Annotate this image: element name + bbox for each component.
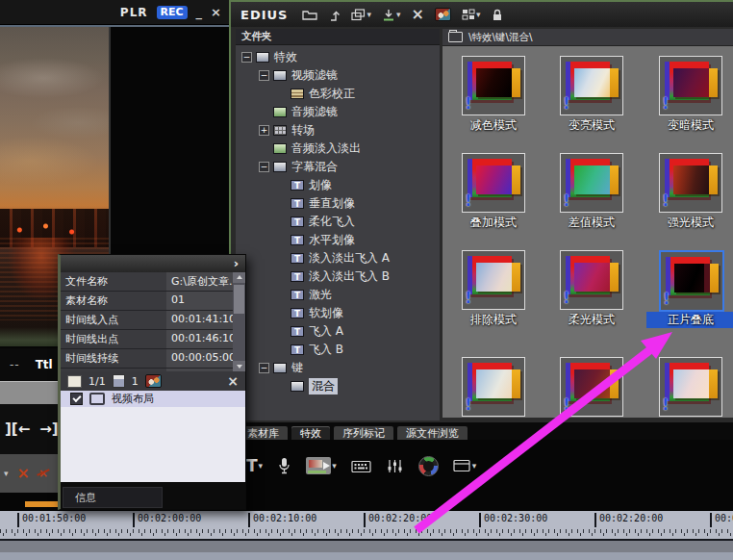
property-value: 00:00:05:00 <box>166 349 233 368</box>
effect-thumb-multiply-selected[interactable]: ! <box>659 250 724 312</box>
scrollbar-thumb[interactable] <box>234 285 244 314</box>
expand-chevron-icon[interactable]: › <box>234 258 239 269</box>
warning-icon: ! <box>662 97 669 111</box>
effect-thumb-difference[interactable]: ! <box>560 153 623 213</box>
effect-label[interactable]: 柔光模式 <box>547 312 636 328</box>
tree-item-vertical-wipe[interactable]: 垂直划像 <box>236 194 440 213</box>
effect-label[interactable]: 差值模式 <box>547 215 636 231</box>
info-palette-header[interactable]: › <box>61 255 245 272</box>
close-icon[interactable]: × <box>211 7 221 18</box>
lock-icon[interactable] <box>491 9 504 21</box>
clear-marker-icon[interactable]: × <box>38 466 48 481</box>
tree-item-title-mixer[interactable]: −字幕混合 <box>236 158 440 176</box>
keyboard-icon[interactable] <box>351 459 371 473</box>
folder-icon[interactable] <box>302 9 317 20</box>
dropdown-icon[interactable]: ▾ <box>259 461 264 471</box>
property-value: G:\原创文章... <box>166 272 233 291</box>
monitor-icon[interactable]: ▾ <box>453 459 477 472</box>
tree-item-key[interactable]: −键 <box>236 359 440 377</box>
plr-mode-button[interactable]: PLR <box>120 6 148 19</box>
tree-item-label-selected: 混合 <box>309 378 338 395</box>
tree-item-blend[interactable]: 混合 <box>236 377 440 395</box>
expander-icon[interactable]: + <box>259 125 269 136</box>
scroll-down-icon[interactable] <box>233 361 245 371</box>
up-level-icon[interactable] <box>328 9 341 21</box>
tree-item-fly-in-a[interactable]: 飞入 A <box>236 322 440 341</box>
tab-info[interactable]: 信息 <box>63 487 163 508</box>
expander-icon[interactable]: − <box>259 363 269 373</box>
dropdown-icon[interactable]: ▾ <box>476 10 481 19</box>
effect-thumb-softlight[interactable]: ! <box>560 250 623 310</box>
effect-label[interactable]: 强光模式 <box>646 215 733 231</box>
tree-item-laser[interactable]: 激光 <box>236 286 440 304</box>
marker-dropdown-icon[interactable]: ▾ <box>4 469 9 478</box>
close-icon[interactable]: × <box>227 374 239 388</box>
dropdown-icon[interactable]: ▾ <box>332 461 337 471</box>
jump-to-in-button[interactable]: ][← <box>5 420 30 438</box>
minimize-icon[interactable]: _ <box>196 7 203 18</box>
tree-item-transitions[interactable]: +转场 <box>236 121 440 140</box>
effect-thumb-darken[interactable]: ! <box>659 56 722 115</box>
effect-clapper-icon[interactable] <box>145 374 162 388</box>
effect-thumb-lighten[interactable]: ! <box>560 56 623 115</box>
clip-properties-table: 文件名称G:\原创文章... 素材名称01 时间线入点00:01:41:10 时… <box>61 272 233 371</box>
tree-item-video-filters[interactable]: −视频滤镜 <box>236 66 440 85</box>
folder-icon <box>273 363 287 373</box>
effect-label[interactable]: 减色模式 <box>449 117 538 134</box>
duplicate-address-icon[interactable]: ▾ <box>351 9 371 21</box>
warning-icon: ! <box>465 398 471 412</box>
dropdown-icon[interactable]: ▾ <box>472 461 477 471</box>
tree-item-color-correction[interactable]: 色彩校正 <box>236 85 440 103</box>
effect-thumb[interactable]: ! <box>560 357 623 417</box>
tree-item-label: 特效 <box>274 49 297 65</box>
playback-icon[interactable] <box>418 456 439 476</box>
enable-checkbox[interactable] <box>70 393 83 405</box>
delete-icon[interactable]: × <box>412 8 424 21</box>
tree-item-fade-fly-in-b[interactable]: 淡入淡出飞入 B <box>236 267 440 286</box>
import-icon[interactable]: ▾ <box>382 9 401 21</box>
effect-label[interactable]: 变亮模式 <box>547 117 636 134</box>
audio-folder-icon <box>273 107 287 117</box>
table-row: 文件名称G:\原创文章... <box>61 272 233 292</box>
tree-item-audio-filters[interactable]: 音频滤镜 <box>236 103 440 121</box>
effect-thumb-overlay[interactable]: ! <box>462 153 525 213</box>
tree-item-soft-fly-in[interactable]: 柔化飞入 <box>236 213 440 231</box>
effect-thumb-hardlight[interactable]: ! <box>659 153 722 213</box>
effect-label[interactable]: 排除模式 <box>449 312 538 328</box>
table-row: 时间线持续00:00:05:00 <box>61 349 233 369</box>
scroll-up-icon[interactable] <box>233 272 245 283</box>
tree-item-horizontal-wipe[interactable]: 水平划像 <box>236 231 440 249</box>
effect-list-item[interactable]: 视频布局 <box>61 391 245 407</box>
effect-clapper-icon[interactable] <box>435 8 451 21</box>
audio-mixer-icon[interactable] <box>386 459 404 473</box>
dropdown-icon[interactable]: ▾ <box>396 10 401 19</box>
dropdown-icon[interactable]: ▾ <box>366 10 371 19</box>
tree-item-soft-wipe[interactable]: 软划像 <box>236 304 440 322</box>
properties-scrollbar[interactable] <box>233 272 245 371</box>
effect-thumb-exclusion[interactable]: ! <box>462 250 525 310</box>
timeline-ruler[interactable]: 00:01:50:00 00:02:00:00 00:02:10:00 00:0… <box>0 510 733 539</box>
effect-thumb-subtract[interactable]: ! <box>462 56 525 115</box>
clear-in-icon[interactable]: × <box>17 466 30 481</box>
rec-mode-button[interactable]: REC <box>157 6 188 19</box>
effect-label[interactable]: 变暗模式 <box>646 117 733 134</box>
property-label: 素材名称 <box>61 292 166 310</box>
tree-item-effects[interactable]: −特效 <box>236 48 440 66</box>
tree-item-fly-in-b[interactable]: 飞入 B <box>236 341 440 359</box>
tree-item-wipe[interactable]: 划像 <box>236 176 440 194</box>
tree-item-audio-fade[interactable]: 音频淡入淡出 <box>236 140 440 158</box>
title-tool-icon[interactable]: T▾ <box>246 456 263 475</box>
tree-item-fade-fly-in-a[interactable]: 淡入淡出飞入 A <box>236 249 440 267</box>
export-icon[interactable]: ▾ <box>306 457 337 474</box>
expander-icon[interactable]: − <box>259 162 269 172</box>
view-grid-icon[interactable]: ▾ <box>462 9 481 20</box>
voiceover-mic-icon[interactable] <box>277 457 291 474</box>
effect-label[interactable]: 叠加模式 <box>449 215 538 231</box>
expander-icon[interactable]: − <box>259 70 269 81</box>
effect-thumb[interactable]: ! <box>659 357 722 417</box>
effect-label-selected[interactable]: 正片叠底 <box>646 312 733 328</box>
expander-icon[interactable]: − <box>241 52 252 63</box>
folder-icon <box>448 32 463 42</box>
warning-icon: ! <box>563 194 569 208</box>
effect-thumb[interactable]: ! <box>462 357 525 417</box>
